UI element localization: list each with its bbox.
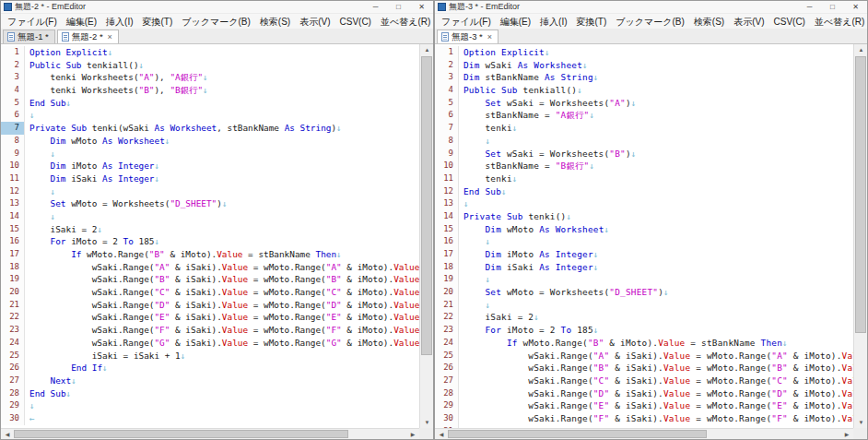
line-text: wSaki.Range("E" & iSaki).Value = wMoto.R… — [25, 311, 419, 324]
line-text: Set wMoto = Worksheets("D_SHEET")↓ — [459, 286, 669, 299]
close-button[interactable]: ✕ — [844, 1, 867, 14]
menu-item[interactable]: ファイル(F) — [437, 14, 496, 30]
code-line: 15 iSaki = 2↓ — [1, 223, 419, 236]
line-text: Dim wMoto As Worksheet↓ — [25, 135, 170, 148]
line-number: 24 — [1, 337, 25, 350]
tab-close-icon[interactable]: × — [487, 32, 492, 42]
window-controls: ─ □ ✕ — [364, 1, 433, 14]
horizontal-scrollbar[interactable]: ◀ ▶ — [435, 428, 853, 439]
line-text: End Sub↓ — [25, 97, 71, 110]
line-text: Private Sub tenki()↓ — [459, 210, 571, 223]
menu-item[interactable]: ファイル(F) — [3, 14, 62, 30]
line-text: For iMoto = 2 To 185↓ — [25, 235, 159, 248]
scroll-right-icon[interactable]: ▶ — [840, 429, 853, 440]
code-line: 22 iSaki = 2↓ — [435, 311, 853, 324]
line-text: Dim wMoto As Worksheet↓ — [459, 223, 609, 236]
horizontal-scroll-thumb[interactable] — [448, 430, 707, 438]
code-area[interactable]: 1Option Explicit↓2Dim wSaki As Worksheet… — [435, 44, 853, 428]
scroll-up-icon[interactable]: ▲ — [420, 44, 434, 55]
line-text: wSaki.Range("F" & iSaki).Value = wMoto.R… — [459, 412, 853, 425]
line-number: 21 — [1, 299, 25, 312]
code-line: 27 wSaki.Range("C" & iSaki).Value = wMot… — [435, 375, 853, 387]
scroll-up-icon[interactable]: ▲ — [854, 44, 868, 55]
horizontal-scroll-thumb[interactable] — [14, 430, 348, 438]
document-tab[interactable]: 無題-1 * — [3, 30, 55, 43]
line-text: Dim iMoto As Integer↓ — [459, 248, 599, 261]
document-tab[interactable]: 無題-3 *× — [437, 30, 499, 43]
menu-item[interactable]: ブックマーク(B) — [611, 14, 689, 30]
line-text: ↓ — [25, 210, 55, 223]
scroll-left-icon[interactable]: ◀ — [1, 429, 14, 440]
code-line: 23 For iMoto = 2 To 185↓ — [435, 324, 853, 337]
vertical-scroll-thumb[interactable] — [421, 56, 432, 355]
code-area[interactable]: 1Option Explicit↓2Public Sub tenkiall()↓… — [1, 44, 419, 428]
horizontal-scrollbar[interactable]: ◀ ▶ — [1, 428, 419, 439]
line-number: 13 — [435, 197, 459, 210]
line-number: 18 — [435, 261, 459, 274]
scroll-down-icon[interactable]: ▼ — [420, 417, 434, 428]
line-text: ↓ — [459, 273, 490, 286]
code-line: 9 Set wSaki = Worksheets("B")↓ — [435, 148, 853, 161]
tab-close-icon[interactable]: × — [108, 32, 112, 42]
vertical-scrollbar[interactable]: ▲ ▼ — [853, 44, 867, 428]
line-text: Set wSaki = Worksheets("A")↓ — [459, 97, 637, 110]
menu-item[interactable]: 挿入(I) — [535, 14, 571, 30]
menu-item[interactable]: 編集(E) — [62, 14, 101, 30]
scroll-down-icon[interactable]: ▼ — [854, 417, 868, 428]
menu-item[interactable]: 編集(E) — [496, 14, 535, 30]
line-text: wSaki.Range("E" & iSaki).Value = wMoto.R… — [459, 399, 853, 412]
line-text: ↓ — [459, 235, 490, 248]
menu-item[interactable]: CSV(C) — [335, 14, 376, 30]
line-number: 26 — [1, 362, 25, 375]
minimize-button[interactable]: ─ — [798, 1, 821, 14]
vertical-scrollbar[interactable]: ▲ ▼ — [419, 44, 433, 428]
menu-item[interactable]: 表示(V) — [729, 14, 768, 30]
code-line: 20 Set wMoto = Worksheets("D_SHEET")↓ — [435, 286, 853, 299]
menu-item[interactable]: 変換(T) — [572, 14, 612, 30]
maximize-button[interactable]: □ — [387, 1, 410, 14]
title-bar[interactable]: 無題-3 * - EmEditor ─ □ ✕ — [435, 1, 867, 14]
line-number: 15 — [435, 223, 459, 236]
line-number: 25 — [1, 350, 25, 363]
line-text: ↓ — [25, 399, 35, 412]
menu-item[interactable]: 表示(V) — [295, 14, 334, 30]
menu-item[interactable]: 検索(S) — [689, 14, 729, 30]
document-tab[interactable]: 無題-2 *× — [57, 30, 119, 43]
code-line: 2Dim wSaki As Worksheet↓ — [435, 59, 853, 72]
code-line: 4Public Sub tenkiall()↓ — [435, 84, 853, 97]
line-number: 11 — [1, 172, 25, 185]
menu-item[interactable]: 挿入(I) — [101, 14, 137, 30]
maximize-button[interactable]: □ — [821, 1, 844, 14]
minimize-button[interactable]: ─ — [364, 1, 387, 14]
code-line: 3Dim stBankName As String↓ — [435, 71, 853, 84]
line-number: 20 — [435, 286, 459, 299]
menu-item[interactable]: 並べ替え(R) — [376, 14, 433, 30]
code-line: 22 wSaki.Range("E" & iSaki).Value = wMot… — [1, 311, 419, 324]
line-number: 14 — [1, 210, 25, 223]
line-number: 1 — [435, 46, 459, 59]
code-line: 23 wSaki.Range("F" & iSaki).Value = wMot… — [1, 324, 419, 337]
menu-item[interactable]: 並べ替え(R) — [810, 14, 867, 30]
close-button[interactable]: ✕ — [410, 1, 433, 14]
line-number: 21 — [435, 299, 459, 312]
code-line: 8 Dim wMoto As Worksheet↓ — [1, 135, 419, 148]
document-icon — [441, 32, 449, 42]
menu-item[interactable]: 変換(T) — [138, 14, 178, 30]
line-number: 5 — [1, 97, 25, 110]
line-number: 22 — [435, 311, 459, 324]
line-number: 29 — [435, 399, 459, 412]
menu-item[interactable]: CSV(C) — [769, 14, 810, 30]
vertical-scroll-thumb[interactable] — [855, 56, 866, 333]
scrollbar-corner — [853, 428, 867, 439]
line-text: iSaki = 2↓ — [459, 311, 539, 324]
line-number: 17 — [1, 248, 25, 261]
line-text: wSaki.Range("D" & iSaki).Value = wMoto.R… — [25, 299, 419, 312]
scroll-right-icon[interactable]: ▶ — [406, 429, 419, 440]
menu-item[interactable]: 検索(S) — [255, 14, 295, 30]
menu-item[interactable]: ブックマーク(B) — [177, 14, 255, 30]
document-icon — [62, 32, 69, 42]
scroll-left-icon[interactable]: ◀ — [435, 429, 448, 440]
line-text: Private Sub tenki(wSaki As Worksheet, st… — [25, 122, 342, 135]
line-text: tenki↓ — [459, 122, 518, 135]
title-bar[interactable]: 無題-2 * - EmEditor ─ □ ✕ — [1, 1, 433, 14]
